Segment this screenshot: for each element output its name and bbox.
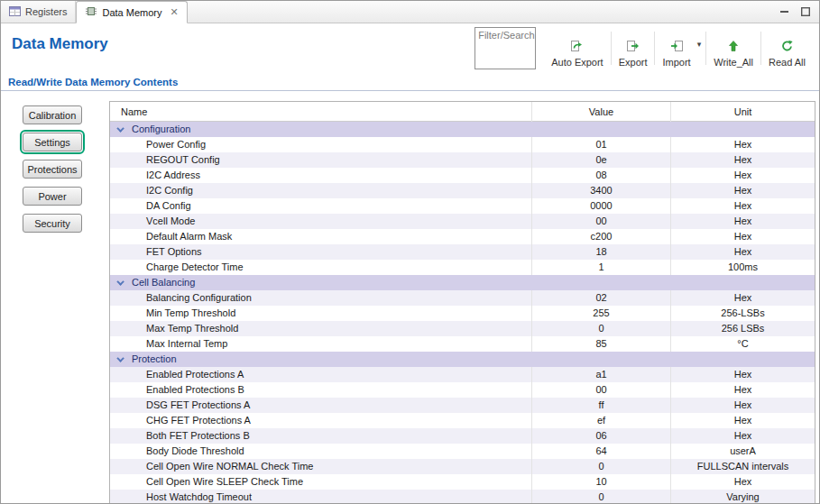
param-name: Cell Open Wire SLEEP Check Time (110, 474, 531, 490)
tab-data-memory[interactable]: Data Memory ✕ (76, 1, 187, 23)
collapse-chevron-icon[interactable] (116, 124, 124, 132)
read-all-button[interactable]: Read All (762, 27, 812, 69)
param-value[interactable]: ef (531, 413, 670, 428)
filter-search-input[interactable]: Filter/Search (474, 27, 536, 69)
param-name: Cell Open Wire NORMAL Check Time (110, 459, 531, 474)
param-name: DA Config (110, 198, 531, 214)
table-row[interactable]: REGOUT Config0eHex (110, 152, 815, 168)
minimize-icon[interactable] (780, 7, 789, 16)
table-row[interactable]: Charge Detector Time1100ms (110, 260, 815, 275)
table-row[interactable]: Cell Open Wire NORMAL Check Time0FULLSCA… (110, 459, 815, 474)
param-value[interactable]: ff (531, 398, 670, 413)
import-button[interactable]: Import (656, 27, 696, 69)
write-all-button[interactable]: Write_All (707, 27, 760, 69)
tab-data-memory-label: Data Memory (102, 7, 161, 18)
param-name: Charge Detector Time (110, 260, 531, 275)
window-controls (780, 1, 819, 23)
table-row[interactable]: Max Temp Threshold0256 LSBs (110, 321, 815, 336)
param-value[interactable]: 85 (531, 336, 670, 352)
read-all-icon (780, 39, 794, 53)
param-unit: Varying (670, 490, 815, 504)
group-row-protection[interactable]: Protection (110, 352, 815, 367)
table-header-row: NameValueUnit (110, 102, 815, 122)
toolbar-separator (760, 32, 761, 65)
param-value[interactable]: 00 (531, 382, 670, 398)
param-unit: Hex (670, 244, 815, 260)
table-row[interactable]: FET Options18Hex (110, 244, 815, 260)
param-name: Max Temp Threshold (110, 321, 531, 336)
table-row[interactable]: Power Config01Hex (110, 137, 815, 152)
param-unit: 256-LSBs (670, 306, 815, 321)
param-value[interactable]: 0 (531, 459, 670, 474)
param-value[interactable]: 06 (531, 428, 670, 444)
param-unit: FULLSCAN intervals (670, 459, 815, 474)
param-value[interactable]: 0000 (531, 198, 670, 214)
tab-close-icon[interactable]: ✕ (170, 6, 179, 18)
table-row[interactable]: Default Alarm Maskc200Hex (110, 229, 815, 244)
table-row[interactable]: Host Watchdog Timeout0Varying (110, 490, 815, 504)
column-header-unit[interactable]: Unit (670, 102, 815, 122)
param-value[interactable]: 0 (531, 490, 670, 504)
page-title: Data Memory (1, 23, 108, 73)
sidebar-item-protections[interactable]: Protections (23, 160, 82, 179)
param-value[interactable]: 1 (531, 260, 670, 275)
table-row[interactable]: DSG FET Protections AffHex (110, 398, 815, 413)
table-row[interactable]: Max Internal Temp85°C (110, 336, 815, 352)
table-row[interactable]: Min Temp Threshold255256-LSBs (110, 306, 815, 321)
export-label: Export (619, 57, 648, 68)
param-value[interactable]: 255 (531, 306, 670, 321)
param-value[interactable]: 0e (531, 152, 670, 168)
param-name: Vcell Mode (110, 214, 531, 229)
table-row[interactable]: I2C Address08Hex (110, 168, 815, 183)
auto-export-button[interactable]: Auto Export (545, 27, 609, 69)
sidebar-item-power[interactable]: Power (23, 187, 82, 206)
table-row[interactable]: Enabled Protections Aa1Hex (110, 367, 815, 382)
param-value[interactable]: c200 (531, 229, 670, 244)
param-name: Balancing Configuration (110, 290, 531, 306)
table-row[interactable]: Body Diode Threshold64userA (110, 444, 815, 459)
export-icon (626, 39, 640, 53)
param-value[interactable]: 10 (531, 474, 670, 490)
sidebar-item-settings[interactable]: Settings (23, 133, 82, 151)
param-name: Host Watchdog Timeout (110, 490, 531, 504)
param-value[interactable]: 08 (531, 168, 670, 183)
param-value[interactable]: 00 (531, 214, 670, 229)
param-name: CHG FET Protections A (110, 413, 531, 428)
column-header-value[interactable]: Value (531, 102, 670, 122)
data-memory-icon (85, 5, 97, 19)
toolbar-separator (611, 32, 612, 65)
auto-export-icon (570, 39, 584, 53)
maximize-icon[interactable] (801, 7, 810, 16)
table-row[interactable]: Both FET Protections B06Hex (110, 428, 815, 444)
param-value[interactable]: 02 (531, 290, 670, 306)
import-dropdown-arrow[interactable]: ▾ (697, 40, 705, 58)
sidebar-item-calibration[interactable]: Calibration (23, 105, 82, 124)
table-row[interactable]: CHG FET Protections AefHex (110, 413, 815, 428)
table-row[interactable]: DA Config0000Hex (110, 198, 815, 214)
toolbar-separator (705, 32, 706, 65)
table-row[interactable]: Enabled Protections B00Hex (110, 382, 815, 398)
param-value[interactable]: 01 (531, 137, 670, 152)
group-row-configuration[interactable]: Configuration (110, 122, 815, 137)
tab-registers-label: Registers (25, 6, 67, 17)
table-row[interactable]: Balancing Configuration02Hex (110, 290, 815, 306)
param-value[interactable]: 3400 (531, 183, 670, 198)
param-name: Both FET Protections B (110, 428, 531, 444)
table-row[interactable]: Cell Open Wire SLEEP Check Time10Hex (110, 474, 815, 490)
param-value[interactable]: 64 (531, 444, 670, 459)
param-value[interactable]: 18 (531, 244, 670, 260)
param-name: Body Diode Threshold (110, 444, 531, 459)
param-value[interactable]: a1 (531, 367, 670, 382)
table-row[interactable]: Vcell Mode00Hex (110, 214, 815, 229)
group-row-cell-balancing[interactable]: Cell Balancing (110, 275, 815, 290)
export-button[interactable]: Export (613, 27, 654, 69)
collapse-chevron-icon[interactable] (116, 354, 124, 362)
tab-registers[interactable]: Registers (1, 1, 76, 23)
collapse-chevron-icon[interactable] (116, 278, 124, 285)
sidebar-item-security[interactable]: Security (23, 214, 82, 233)
param-unit: Hex (670, 290, 815, 306)
write-all-icon (727, 39, 740, 53)
column-header-name[interactable]: Name (110, 102, 531, 122)
table-row[interactable]: I2C Config3400Hex (110, 183, 815, 198)
param-value[interactable]: 0 (531, 321, 670, 336)
